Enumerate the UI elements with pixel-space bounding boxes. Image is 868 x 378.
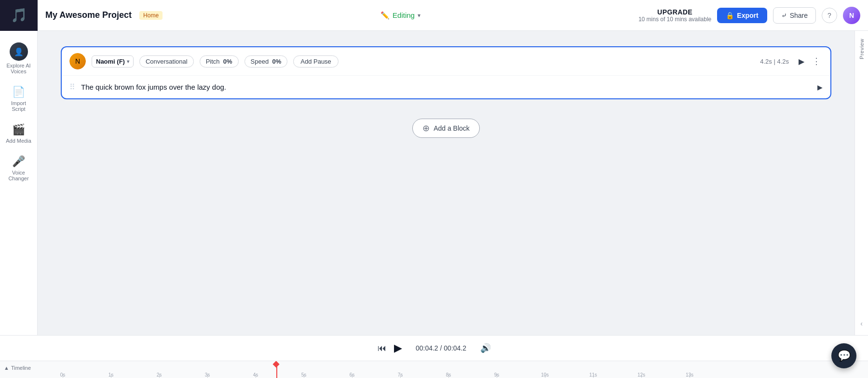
ruler-tick-label: 1s [108, 372, 114, 378]
pitch-pill[interactable]: Pitch 0% [200, 55, 239, 68]
block-header: N Naomi (F) ▾ Conversational Pitch 0% Sp… [62, 47, 830, 76]
ruler-tick-label: 9s [494, 372, 500, 378]
export-button[interactable]: 🔒 Export [717, 8, 767, 23]
app-header: 🎵 My Awesome Project Home ✏️ Editing ▾ U… [0, 0, 868, 31]
volume-button[interactable]: 🔊 [480, 343, 491, 353]
ruler-tick-label: 4s [253, 372, 258, 378]
lock-icon: 🔒 [726, 12, 734, 19]
sidebar-item-explore-ai-voices[interactable]: 👤 Explore AI Voices [2, 39, 35, 78]
ruler-mark: 7s [376, 375, 424, 378]
logo-icon: 🎵 [11, 7, 27, 23]
ruler-tick-label: 8s [446, 372, 451, 378]
breadcrumb-home[interactable]: Home [139, 11, 163, 20]
more-icon: ⋮ [812, 56, 821, 66]
playhead-diamond [273, 361, 280, 367]
bottom-bar: ⏮ ▶ 00:04.2 / 00:04.2 🔊 ▲ Timeline 0s1s2… [0, 335, 868, 378]
block-duration: 4.2s | 4.2s [760, 58, 789, 65]
speed-label: Speed [251, 58, 269, 65]
chat-fab[interactable]: 💬 [831, 343, 856, 368]
timeline-playhead[interactable] [274, 361, 280, 378]
drag-handle-icon[interactable]: ⠿ [69, 82, 75, 92]
voice-name: Naomi (F) [96, 58, 125, 65]
skip-back-button[interactable]: ⏮ [378, 343, 386, 353]
ruler-tick-label: 0s [60, 372, 66, 378]
block-more-button[interactable]: ⋮ [810, 55, 823, 68]
sidebar-item-import-script[interactable]: 📄 Import Script [2, 82, 35, 116]
ruler-tick-label: 6s [350, 372, 355, 378]
ruler-mark: 4s [231, 375, 280, 378]
share-label: Share [790, 12, 808, 19]
speed-pill[interactable]: Speed 0% [244, 55, 288, 68]
preview-sidebar: Preview ‹ [854, 31, 868, 335]
add-block-container: ⊕ Add a Block [61, 111, 831, 146]
pencil-icon: ✏️ [380, 11, 390, 20]
block-text[interactable]: The quick brown fox jumps over the lazy … [81, 83, 812, 91]
ruler-mark: 0s [39, 375, 87, 378]
ruler-mark: 9s [473, 375, 521, 378]
text-row: ⠿ The quick brown fox jumps over the laz… [62, 76, 830, 98]
sidebar-item-add-media[interactable]: 🎬 Add Media [2, 120, 35, 148]
pitch-label: Pitch [206, 58, 220, 65]
editor-area: N Naomi (F) ▾ Conversational Pitch 0% Sp… [38, 31, 854, 335]
pitch-value: 0% [223, 58, 232, 65]
voice-changer-icon: 🎤 [12, 155, 25, 168]
header-right: UPGRADE 10 mins of 10 mins available 🔒 E… [638, 7, 860, 24]
editing-label-text: Editing [393, 11, 415, 19]
sidebar-item-media-label: Add Media [6, 138, 31, 144]
breadcrumb: Home [139, 11, 163, 20]
share-icon: ⤶ [781, 12, 787, 19]
ruler-marks: 0s1s2s3s4s5s6s7s8s9s10s11s12s13s [39, 361, 714, 378]
ruler-mark: 5s [280, 375, 328, 378]
ruler-tick-label: 2s [157, 372, 162, 378]
total-time: 00:04.2 [444, 344, 466, 352]
export-label: Export [737, 12, 758, 19]
editing-status[interactable]: ✏️ Editing ▾ [380, 11, 420, 20]
logo[interactable]: 🎵 [0, 0, 38, 31]
upgrade-label: UPGRADE [638, 8, 711, 16]
play-icon: ▶ [799, 57, 804, 66]
ruler-tick-label: 12s [637, 372, 645, 378]
ruler-mark: 6s [328, 375, 376, 378]
speed-value: 0% [272, 58, 281, 65]
play-main-icon: ▶ [394, 342, 402, 354]
add-media-icon: 🎬 [12, 123, 25, 136]
voice-chevron-icon: ▾ [127, 59, 129, 64]
ruler-mark: 8s [424, 375, 473, 378]
volume-icon: 🔊 [480, 343, 491, 353]
preview-label[interactable]: Preview [859, 39, 865, 59]
sidebar-item-voice-label: Voice Changer [5, 170, 32, 181]
upgrade-area: UPGRADE 10 mins of 10 mins available [638, 8, 711, 23]
current-time: 00:04.2 [416, 344, 438, 352]
chevron-down-icon: ▾ [418, 12, 420, 19]
ruler-tick-label: 11s [589, 372, 597, 378]
timeline-area[interactable]: ▲ Timeline 0s1s2s3s4s5s6s7s8s9s10s11s12s… [0, 361, 868, 378]
voice-selector-button[interactable]: Naomi (F) ▾ [92, 55, 134, 68]
style-pill[interactable]: Conversational [139, 55, 194, 68]
sidebar-item-import-label: Import Script [5, 100, 32, 112]
ruler-mark: 10s [521, 375, 569, 378]
help-icon: ? [827, 12, 831, 19]
ruler-mark: 11s [569, 375, 617, 378]
add-block-label: Add a Block [434, 124, 470, 132]
sidebar-item-voice-changer[interactable]: 🎤 Voice Changer [2, 151, 35, 185]
playhead-line [276, 366, 277, 378]
add-block-button[interactable]: ⊕ Add a Block [412, 119, 480, 138]
help-button[interactable]: ? [822, 8, 837, 23]
play-main-button[interactable]: ▶ [394, 342, 402, 354]
preview-close-icon[interactable]: ‹ [860, 320, 863, 327]
ruler-mark: 3s [183, 375, 231, 378]
main-layout: 👤 Explore AI Voices 📄 Import Script 🎬 Ad… [0, 31, 868, 335]
voice-avatar-image: N [69, 53, 86, 69]
ruler-mark: 1s [87, 375, 135, 378]
project-title: My Awesome Project [45, 10, 132, 20]
sidebar-item-explore-label: Explore AI Voices [5, 63, 32, 74]
playback-controls: ⏮ ▶ 00:04.2 / 00:04.2 🔊 [0, 336, 868, 361]
block-play-button[interactable]: ▶ [799, 57, 804, 66]
content-area: N Naomi (F) ▾ Conversational Pitch 0% Sp… [38, 31, 868, 335]
add-pause-button[interactable]: Add Pause [293, 55, 339, 68]
share-button[interactable]: ⤶ Share [773, 7, 816, 24]
avatar[interactable]: N [843, 7, 860, 24]
row-play-button[interactable]: ▶ [817, 83, 823, 91]
ruler-tick-label: 10s [541, 372, 549, 378]
ruler-tick-label: 13s [686, 372, 693, 378]
